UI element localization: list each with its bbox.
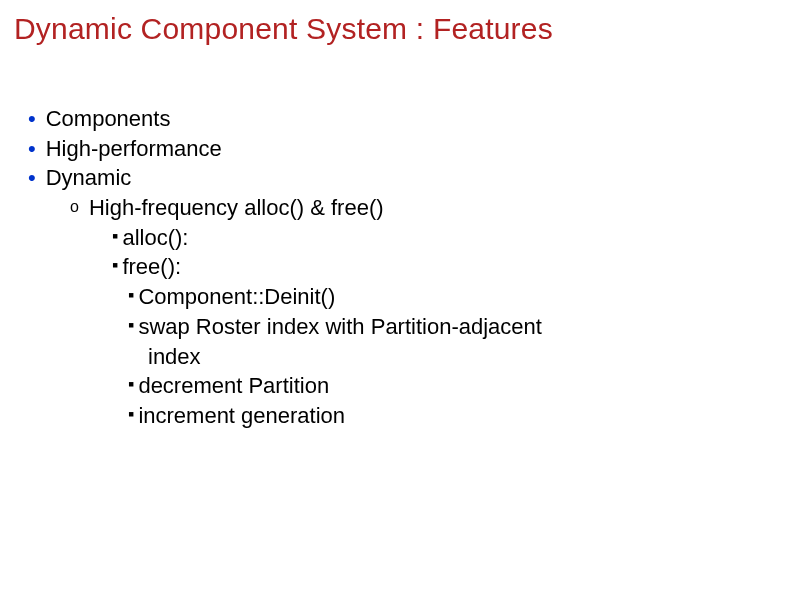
- bullet-high-performance: • High-performance: [28, 134, 786, 164]
- bullet-text: swap Roster index with Partition-adjacen…: [138, 312, 542, 342]
- bullet-swap-roster: ▪ swap Roster index with Partition-adjac…: [28, 312, 786, 342]
- bullet-text: index: [148, 344, 201, 369]
- slide-container: Dynamic Component System : Features • Co…: [0, 0, 800, 443]
- bullet-increment-generation: ▪ increment generation: [28, 401, 786, 431]
- bullet-swap-roster-cont: index: [28, 342, 786, 372]
- bullet-dynamic: • Dynamic: [28, 163, 786, 193]
- bullet-text: Components: [46, 104, 171, 134]
- square-bullet-icon: ▪: [128, 371, 134, 398]
- bullet-text: decrement Partition: [138, 371, 329, 401]
- square-bullet-icon: ▪: [128, 401, 134, 428]
- square-bullet-icon: ▪: [128, 282, 134, 309]
- dot-bullet-icon: •: [28, 163, 36, 193]
- bullet-text: Dynamic: [46, 163, 132, 193]
- bullet-text: alloc():: [122, 223, 188, 253]
- bullet-text: High-performance: [46, 134, 222, 164]
- bullet-text: free():: [122, 252, 181, 282]
- square-bullet-icon: ▪: [128, 312, 134, 339]
- dot-bullet-icon: •: [28, 104, 36, 134]
- bullet-alloc: ▪ alloc():: [28, 223, 786, 253]
- bullet-high-frequency: o High-frequency alloc() & free(): [28, 193, 786, 223]
- bullet-free: ▪ free():: [28, 252, 786, 282]
- circle-bullet-icon: o: [70, 193, 79, 220]
- bullet-text: increment generation: [138, 401, 345, 431]
- slide-title: Dynamic Component System : Features: [14, 12, 786, 46]
- bullet-component-deinit: ▪ Component::Deinit(): [28, 282, 786, 312]
- bullet-text: Component::Deinit(): [138, 282, 335, 312]
- square-bullet-icon: ▪: [112, 252, 118, 279]
- bullet-components: • Components: [28, 104, 786, 134]
- bullet-decrement-partition: ▪ decrement Partition: [28, 371, 786, 401]
- dot-bullet-icon: •: [28, 134, 36, 164]
- slide-content: • Components • High-performance • Dynami…: [14, 104, 786, 431]
- square-bullet-icon: ▪: [112, 223, 118, 250]
- bullet-text: High-frequency alloc() & free(): [89, 193, 384, 223]
